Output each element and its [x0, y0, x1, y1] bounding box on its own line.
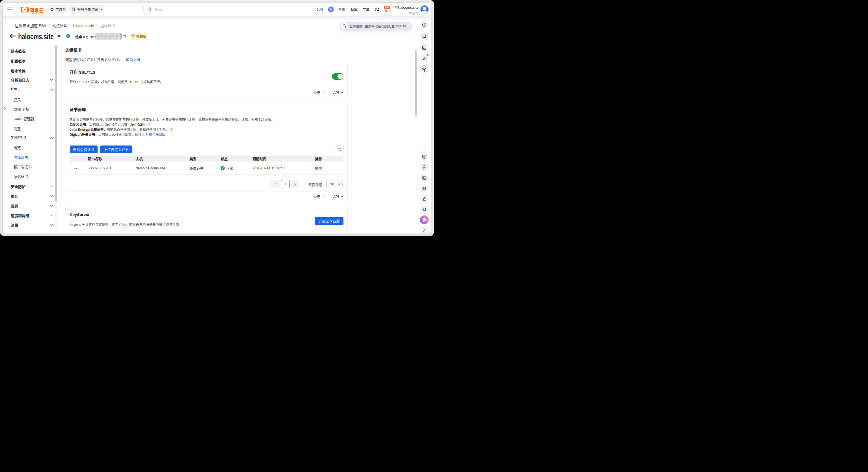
svg-text:APP: APP [423, 167, 426, 168]
